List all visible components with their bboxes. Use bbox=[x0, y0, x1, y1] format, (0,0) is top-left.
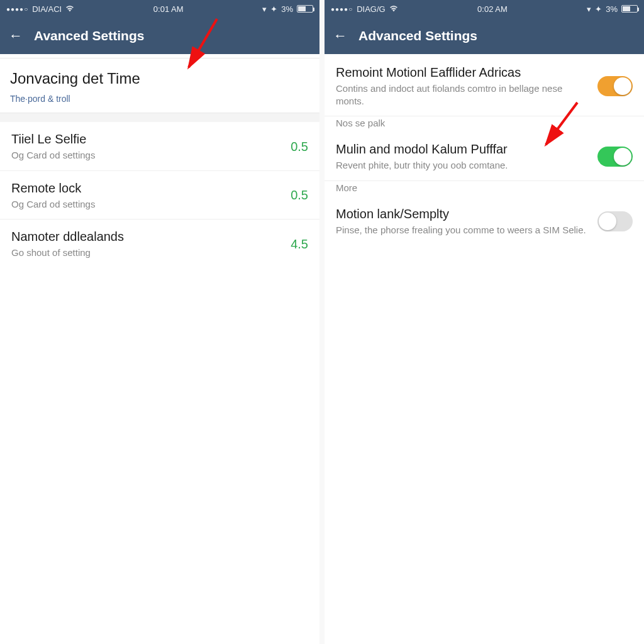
row-title: Mulin and modol Kalum Pufffar bbox=[336, 142, 591, 157]
battery-icon bbox=[297, 5, 313, 13]
content-area: Jonvacing det Time The·pord & troll Tiie… bbox=[0, 54, 319, 644]
toggle-switch[interactable] bbox=[597, 211, 633, 231]
row-subtitle: Og Card od settings bbox=[11, 198, 284, 211]
phone-right: ●●●●○ DIAG/G 0:02 AM ▾ ✦ 3% ← Advanced S… bbox=[325, 0, 644, 644]
battery-icon bbox=[621, 5, 638, 13]
signal-dots-icon: ●●●●○ bbox=[331, 6, 353, 13]
row-subtitle: Og Card od settings bbox=[11, 149, 284, 162]
card-subtitle: The·pord & troll bbox=[10, 94, 309, 104]
toggle-switch[interactable] bbox=[597, 147, 633, 167]
battery-pct: 3% bbox=[606, 4, 618, 14]
settings-row[interactable]: Remote lock Og Card od settings 0.5 bbox=[0, 171, 319, 220]
row-title: Remoint Motionl Eafflider Adricas bbox=[336, 65, 591, 80]
content-area: Remoint Motionl Eafflider Adricas Contin… bbox=[325, 54, 644, 644]
nav-bar: ← Advanced Settings bbox=[325, 18, 644, 54]
settings-row[interactable]: Tiiel Le Selfie Og Card od settings 0.5 bbox=[0, 122, 319, 171]
row-subtitle: Contins and indoct aut fiolands comtro i… bbox=[336, 82, 591, 107]
carrier-label: DIA/ACI bbox=[32, 4, 62, 14]
page-title: Avanced Settings bbox=[34, 28, 144, 43]
row-title: Tiiel Le Selfie bbox=[11, 132, 284, 147]
toggle-switch[interactable] bbox=[597, 76, 633, 96]
carrier-label: DIAG/G bbox=[357, 4, 386, 14]
section-label: Nos se palk bbox=[325, 116, 644, 132]
row-value: 4.5 bbox=[291, 237, 308, 252]
phone-left: ●●●●○ DIA/ACI 0:01 AM ▾ ✦ 3% ← Avanced S… bbox=[0, 0, 319, 644]
row-title: Remote lock bbox=[11, 181, 284, 196]
clock: 0:02 AM bbox=[398, 4, 587, 14]
back-button[interactable]: ← bbox=[9, 28, 23, 44]
wifi-icon bbox=[389, 4, 398, 14]
bluetooth-icon: ✦ bbox=[595, 4, 602, 14]
row-subtitle: Go shout of setting bbox=[11, 247, 284, 259]
bluetooth-icon: ✦ bbox=[270, 4, 277, 14]
signal-dots-icon: ●●●●○ bbox=[6, 6, 28, 13]
status-bar: ●●●●○ DIA/ACI 0:01 AM ▾ ✦ 3% bbox=[0, 0, 319, 18]
settings-row[interactable]: Remoint Motionl Eafflider Adricas Contin… bbox=[325, 54, 644, 116]
row-title: Motion lank/Semplty bbox=[336, 207, 591, 221]
wifi-icon bbox=[65, 4, 74, 14]
section-label: More bbox=[325, 181, 644, 197]
card-title: Jonvacing det Time bbox=[10, 70, 309, 87]
status-bar: ●●●●○ DIAG/G 0:02 AM ▾ ✦ 3% bbox=[325, 0, 644, 18]
settings-row[interactable]: Mulin and modol Kalum Pufffar Revent phi… bbox=[325, 132, 644, 181]
page-title: Advanced Settings bbox=[358, 28, 477, 43]
clock: 0:01 AM bbox=[74, 4, 262, 14]
settings-row[interactable]: Namoter ddlealands Go shout of setting 4… bbox=[0, 219, 319, 268]
row-subtitle: Revent phite, butr thity you oob comtane… bbox=[336, 159, 591, 172]
battery-pct: 3% bbox=[281, 4, 293, 14]
nav-bar: ← Avanced Settings bbox=[0, 18, 319, 54]
back-button[interactable]: ← bbox=[333, 28, 347, 44]
row-value: 0.5 bbox=[291, 188, 308, 203]
header-card[interactable]: Jonvacing det Time The·pord & troll bbox=[0, 58, 319, 113]
settings-row[interactable]: Motion lank/Semplty Pinse, the phorse fr… bbox=[325, 197, 644, 245]
row-subtitle: Pinse, the phorse frealing you comme to … bbox=[336, 224, 591, 236]
row-value: 0.5 bbox=[291, 140, 308, 154]
location-icon: ▾ bbox=[587, 4, 591, 14]
row-title: Namoter ddlealands bbox=[11, 230, 284, 244]
location-icon: ▾ bbox=[262, 4, 267, 14]
